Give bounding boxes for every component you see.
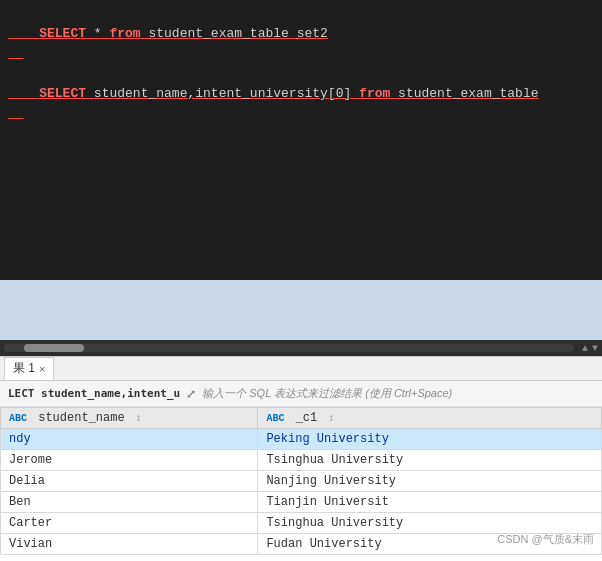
scroll-up-arrow[interactable]: ▲ bbox=[582, 343, 588, 354]
sql-line-2: SELECT student_name,intent_university[0]… bbox=[8, 64, 594, 124]
results-tab-bar: 果 1 × bbox=[0, 357, 602, 381]
scroll-down-arrow[interactable]: ▼ bbox=[592, 343, 598, 354]
table-cell-c1: Nanjing University bbox=[258, 471, 602, 492]
results-tab-close[interactable]: × bbox=[39, 363, 45, 375]
col-c1-label: _c1 bbox=[296, 411, 318, 425]
keyword-select-2: SELECT bbox=[39, 86, 86, 101]
keyword-from-1: from bbox=[109, 26, 140, 41]
keyword-from-2: from bbox=[359, 86, 390, 101]
table-row[interactable]: DeliaNanjing University bbox=[1, 471, 602, 492]
filter-query-label: LECT student_name,intent_u bbox=[8, 387, 180, 400]
sort-icon-name[interactable]: ↕ bbox=[136, 413, 142, 424]
table-row[interactable]: JeromeTsinghua University bbox=[1, 450, 602, 471]
empty-canvas bbox=[0, 280, 602, 340]
results-panel: 果 1 × LECT student_name,intent_u ⤢ 输入一个 … bbox=[0, 356, 602, 561]
table-cell-c1: Tsinghua University bbox=[258, 513, 602, 534]
column-header-student-name[interactable]: ABC student_name ↕ bbox=[1, 408, 258, 429]
scrollbar-track[interactable] bbox=[4, 344, 574, 352]
table-cell-name: Jerome bbox=[1, 450, 258, 471]
watermark: CSDN @气质&末雨 bbox=[497, 532, 594, 547]
horizontal-scrollbar[interactable]: ▲ ▼ bbox=[0, 340, 602, 356]
sql-line-1: SELECT * from student_exam_table set2 bbox=[8, 4, 594, 64]
scroll-arrows: ▲ ▼ bbox=[578, 343, 602, 354]
table-row[interactable]: CarterTsinghua University bbox=[1, 513, 602, 534]
table-row[interactable]: ndyPeking University bbox=[1, 429, 602, 450]
filter-bar: LECT student_name,intent_u ⤢ 输入一个 SQL 表达… bbox=[0, 381, 602, 407]
results-tab-label: 果 1 bbox=[13, 360, 35, 377]
column-header-c1[interactable]: ABC _c1 ↕ bbox=[258, 408, 602, 429]
table-row[interactable]: BenTianjin Universit bbox=[1, 492, 602, 513]
keyword-select-1: SELECT bbox=[39, 26, 86, 41]
table-cell-name: Ben bbox=[1, 492, 258, 513]
table-cell-name: Carter bbox=[1, 513, 258, 534]
table-cell-name: ndy bbox=[1, 429, 258, 450]
filter-placeholder: 输入一个 SQL 表达式来过滤结果 (使用 Ctrl+Space) bbox=[202, 386, 452, 401]
expand-icon[interactable]: ⤢ bbox=[186, 387, 196, 401]
table-cell-c1: Tianjin Universit bbox=[258, 492, 602, 513]
table-cell-name: Vivian bbox=[1, 534, 258, 555]
sql-editor[interactable]: SELECT * from student_exam_table set2 SE… bbox=[0, 0, 602, 280]
col-name-label: student_name bbox=[38, 411, 124, 425]
table-header-row: ABC student_name ↕ ABC _c1 ↕ bbox=[1, 408, 602, 429]
results-tab-1[interactable]: 果 1 × bbox=[4, 357, 54, 380]
data-table-wrapper: ABC student_name ↕ ABC _c1 ↕ ndyPeking U… bbox=[0, 407, 602, 555]
table-cell-c1: Tsinghua University bbox=[258, 450, 602, 471]
col-type-badge-name: ABC bbox=[9, 413, 27, 424]
table-cell-c1: Peking University bbox=[258, 429, 602, 450]
col-type-badge-c1: ABC bbox=[266, 413, 284, 424]
table-cell-name: Delia bbox=[1, 471, 258, 492]
scrollbar-thumb[interactable] bbox=[24, 344, 84, 352]
sort-icon-c1[interactable]: ↕ bbox=[328, 413, 334, 424]
